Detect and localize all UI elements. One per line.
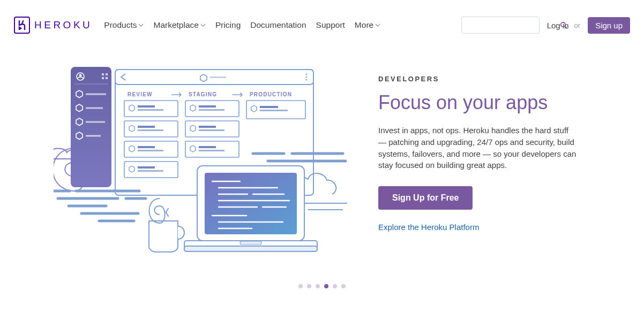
illus-staging-label: STAGING [189, 91, 217, 97]
svg-rect-40 [138, 170, 163, 172]
svg-rect-32 [138, 129, 163, 131]
nav-label: Pricing [215, 20, 241, 30]
svg-rect-29 [124, 121, 178, 137]
chevron-down-icon [200, 22, 206, 28]
carousel-dot[interactable] [298, 284, 303, 288]
illus-production-label: PRODUCTION [250, 91, 292, 97]
svg-rect-37 [124, 162, 178, 178]
primary-nav: Products Marketplace Pricing Documentati… [104, 20, 380, 30]
svg-line-1 [565, 26, 567, 28]
svg-rect-47 [199, 126, 216, 128]
nav-label: More [355, 20, 373, 30]
svg-rect-25 [124, 101, 178, 117]
carousel-dot[interactable] [341, 284, 346, 288]
brand-name: HEROKU [34, 19, 92, 31]
carousel-dot[interactable] [316, 284, 320, 288]
carousel-dot[interactable] [307, 284, 311, 288]
logo[interactable]: HEROKU [14, 17, 92, 34]
nav-pricing[interactable]: Pricing [215, 20, 241, 30]
nav-label: Products [104, 20, 137, 30]
carousel-dots [0, 284, 644, 288]
hero-eyebrow: DEVELOPERS [378, 75, 579, 83]
svg-rect-35 [138, 146, 155, 148]
hero-title: Focus on your apps [378, 91, 579, 114]
nav-label: Documentation [250, 20, 306, 30]
svg-rect-80 [184, 246, 317, 251]
hero-illustration: REVIEW STAGING PRODUCTION [54, 67, 348, 265]
svg-rect-36 [138, 150, 163, 151]
svg-rect-51 [199, 146, 216, 148]
header: HEROKU Products Marketplace Pricing Docu… [0, 0, 644, 37]
svg-rect-14 [102, 77, 104, 79]
nav-more[interactable]: More [355, 20, 380, 30]
svg-rect-12 [102, 73, 104, 75]
signup-button[interactable]: Sign up [588, 17, 630, 34]
svg-rect-9 [71, 67, 111, 187]
svg-rect-28 [138, 109, 163, 111]
svg-rect-15 [106, 77, 108, 79]
svg-rect-44 [199, 109, 224, 111]
hero-body: Invest in apps, not ops. Heroku handles … [378, 125, 579, 171]
nav-products[interactable]: Products [104, 20, 144, 30]
chevron-down-icon [138, 22, 144, 28]
svg-rect-68 [205, 173, 297, 234]
carousel-dot[interactable] [333, 284, 337, 288]
svg-rect-39 [138, 166, 155, 169]
svg-point-8 [306, 79, 308, 81]
nav-label: Marketplace [153, 20, 198, 30]
signup-free-button[interactable]: Sign Up for Free [378, 186, 473, 210]
svg-rect-13 [106, 73, 108, 75]
svg-rect-31 [138, 126, 155, 128]
svg-point-7 [306, 76, 308, 78]
illus-review-label: REVIEW [128, 91, 153, 97]
explore-platform-link[interactable]: Explore the Heroku Platform [378, 223, 579, 232]
svg-point-11 [79, 74, 82, 77]
nav-marketplace[interactable]: Marketplace [153, 20, 205, 30]
nav-label: Support [316, 20, 345, 30]
svg-rect-45 [185, 121, 239, 137]
search-icon[interactable] [560, 21, 568, 29]
svg-rect-52 [199, 150, 224, 151]
heroku-logo-icon [14, 17, 30, 34]
svg-rect-55 [260, 106, 278, 108]
search-input[interactable] [466, 21, 560, 29]
chevron-down-icon [375, 22, 380, 28]
svg-rect-5 [210, 76, 226, 78]
svg-rect-41 [185, 101, 239, 117]
hero-copy: DEVELOPERS Focus on your apps Invest in … [348, 67, 579, 232]
svg-rect-27 [138, 105, 155, 108]
or-text: or [574, 21, 581, 29]
svg-point-6 [306, 74, 308, 75]
hero-section: REVIEW STAGING PRODUCTION [0, 37, 644, 265]
nav-support[interactable]: Support [316, 20, 345, 30]
svg-rect-56 [260, 110, 288, 111]
svg-rect-48 [199, 129, 224, 131]
svg-rect-49 [185, 141, 239, 157]
svg-rect-43 [199, 105, 216, 108]
svg-rect-33 [124, 141, 178, 157]
search-box[interactable] [461, 17, 540, 34]
carousel-dot[interactable] [324, 284, 328, 288]
nav-documentation[interactable]: Documentation [250, 20, 306, 30]
right-nav: Log in or Sign up [461, 17, 630, 34]
svg-rect-81 [240, 241, 261, 244]
